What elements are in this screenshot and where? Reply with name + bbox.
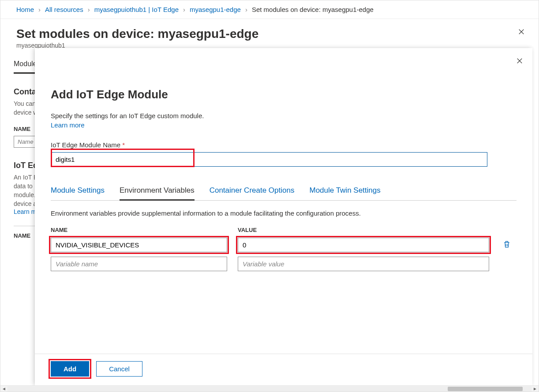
chevron-right-icon: ›: [183, 6, 185, 13]
tab-container-create-options[interactable]: Container Create Options: [210, 182, 295, 201]
env-table-header: NAME VALUE: [51, 227, 517, 233]
chevron-right-icon: ›: [38, 6, 41, 13]
breadcrumb-device[interactable]: myasegpu1-edge: [190, 6, 241, 13]
env-var-row: [51, 238, 517, 252]
add-module-blade: Add IoT Edge Module Specify the settings…: [35, 48, 532, 385]
learn-more-link[interactable]: Learn more: [51, 121, 85, 129]
add-button[interactable]: Add: [51, 361, 89, 377]
scroll-right-icon[interactable]: ►: [532, 386, 539, 391]
module-name-input[interactable]: [51, 152, 487, 167]
breadcrumb-all-resources[interactable]: All resources: [45, 6, 83, 13]
env-name-input[interactable]: [51, 238, 227, 252]
module-name-label: IoT Edge Module Name*: [51, 141, 517, 149]
tab-environment-variables[interactable]: Environment Variables: [120, 182, 195, 201]
env-value-input[interactable]: [238, 238, 489, 252]
blade-tabs: Module Settings Environment Variables Co…: [51, 182, 517, 201]
blade-description: Specify the settings for an IoT Edge cus…: [51, 112, 517, 119]
blade-title: Add IoT Edge Module: [51, 88, 517, 101]
horizontal-scrollbar[interactable]: ◄ ►: [0, 385, 539, 392]
breadcrumb-home[interactable]: Home: [16, 6, 34, 13]
cancel-button[interactable]: Cancel: [96, 361, 142, 377]
tab-module-twin-settings[interactable]: Module Twin Settings: [309, 182, 380, 201]
tab-module-settings[interactable]: Module Settings: [51, 182, 105, 201]
env-var-row-empty: [51, 257, 517, 271]
column-value-header: VALUE: [238, 227, 485, 233]
env-name-input[interactable]: [51, 257, 227, 271]
env-description: Environment variables provide supplement…: [51, 209, 517, 217]
scroll-thumb[interactable]: [448, 387, 523, 391]
page-title: Set modules on device: myasegpu1-edge: [16, 27, 523, 41]
env-value-input[interactable]: [238, 257, 489, 271]
chevron-right-icon: ›: [88, 6, 90, 13]
scroll-left-icon[interactable]: ◄: [0, 386, 7, 391]
column-name-header: NAME: [51, 227, 238, 233]
delete-row-icon[interactable]: [502, 239, 511, 250]
chevron-right-icon: ›: [245, 6, 247, 13]
breadcrumb-hub[interactable]: myasegpuiothub1 | IoT Edge: [94, 6, 179, 13]
close-page-icon[interactable]: [517, 28, 525, 37]
close-blade-icon[interactable]: [516, 57, 524, 66]
blade-footer: Add Cancel: [35, 354, 532, 385]
breadcrumb-current: Set modules on device: myasegpu1-edge: [252, 6, 374, 13]
breadcrumb: Home › All resources › myasegpuiothub1 |…: [0, 0, 539, 19]
